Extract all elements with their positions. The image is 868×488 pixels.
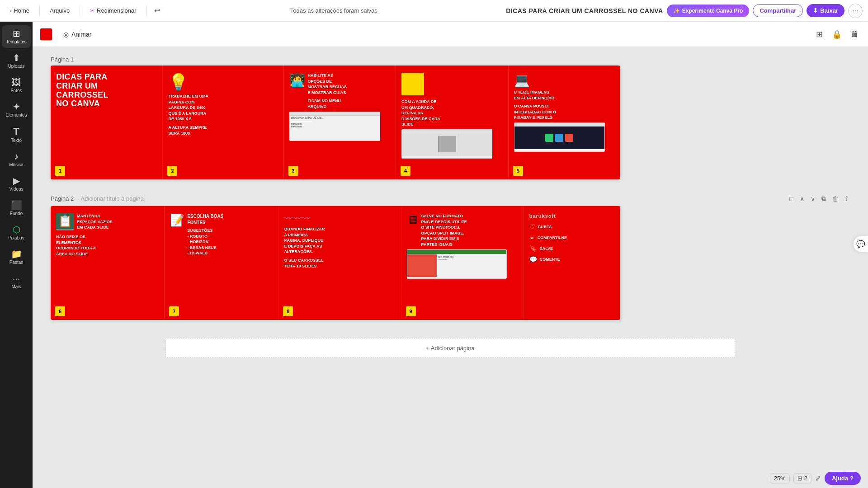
feedback-icon[interactable]: 💬 bbox=[856, 240, 865, 249]
add-page-icon-button[interactable]: □ bbox=[788, 194, 795, 203]
page-2-label: Página 2 - Adicionar título à página □ ∧… bbox=[51, 194, 850, 203]
undo-button[interactable]: ↩ bbox=[152, 5, 162, 17]
animate-label: Animar bbox=[71, 31, 91, 38]
download-button[interactable]: ⬇ Baixar bbox=[807, 4, 844, 17]
slide-9-body: SALVE NO FORMATOPNG E DEPOIS UTILIZEO SI… bbox=[421, 213, 467, 248]
salve-label: SALVE bbox=[540, 246, 553, 252]
slide-8-body2: O SEU CARROSSELTERÁ 10 SLIDES. bbox=[284, 258, 395, 269]
slide-number-2: 2 bbox=[167, 166, 177, 176]
animate-icon: ◎ bbox=[63, 31, 69, 38]
page-1-label-left: Página 1 bbox=[51, 56, 74, 63]
page-2-controls: □ ∧ ∨ ⧉ 🗑 ⤴ bbox=[788, 194, 850, 203]
page-2-subtitle: - Adicionar título à página bbox=[77, 195, 144, 202]
sidebar-item-pixabay[interactable]: ⬡ Pixabay bbox=[2, 221, 31, 244]
add-page-button[interactable]: + Adicionar página bbox=[165, 338, 735, 358]
arquivo-button[interactable]: Arquivo bbox=[45, 5, 74, 16]
page-1-section: Página 1 DICAS PARACRIAR UMCARROSSELNO C… bbox=[51, 56, 850, 179]
help-label: Ajuda bbox=[832, 475, 848, 482]
pages-badge: ⊞ 2 bbox=[793, 473, 811, 483]
delete-page-button[interactable]: 🗑 bbox=[830, 194, 840, 203]
elementos-icon: ✦ bbox=[13, 102, 20, 111]
home-label: Home bbox=[14, 7, 29, 14]
slide-5-body1: UTILIZE IMAGENSEM ALTA DEFINIÇÃO bbox=[514, 89, 615, 101]
slide-section-10: baruksoft ♡ CURTA ➢ COMPARTILHE bbox=[524, 206, 620, 320]
slide-7-title: ESCOLHA BOASFONTES bbox=[187, 213, 223, 226]
help-button[interactable]: Ajuda ? bbox=[825, 472, 861, 485]
sidebar-item-texto[interactable]: T Texto bbox=[2, 123, 31, 146]
share-button[interactable]: Compartilhar bbox=[753, 4, 803, 17]
color-swatch[interactable] bbox=[40, 28, 52, 41]
laptop-icon: 💻 bbox=[514, 73, 615, 88]
wave-icon: 〰〰〰 bbox=[284, 213, 311, 224]
copy-page-button[interactable]: ⧉ bbox=[820, 194, 828, 203]
right-panel: 💬 bbox=[854, 236, 868, 252]
page-1-label: Página 1 bbox=[51, 56, 850, 63]
uploads-icon: ⬆ bbox=[13, 53, 20, 62]
sidebar-label-mais: Mais bbox=[11, 284, 21, 289]
animate-button[interactable]: ◎ Animar bbox=[58, 28, 97, 41]
bookmark-icon: 🔖 bbox=[529, 245, 537, 252]
fullscreen-button[interactable]: ⤢ bbox=[815, 474, 821, 483]
brand-name: baruksoft bbox=[529, 213, 615, 219]
zoom-level[interactable]: 25% bbox=[770, 473, 790, 483]
monitor-icon: 🖥 bbox=[407, 213, 419, 227]
slide-section-3: 👩‍💻 HABILITE ASOPÇÕES DEMOSTRAR RÉGUASE … bbox=[284, 66, 396, 179]
export-page-button[interactable]: ⤴ bbox=[843, 194, 850, 203]
more-options-button[interactable]: ··· bbox=[848, 4, 863, 18]
sidebar-item-uploads[interactable]: ⬆ Uploads bbox=[2, 50, 31, 72]
sidebar-item-musica[interactable]: ♪ Música bbox=[2, 148, 31, 171]
social-compartilhe: ➢ COMPARTILHE bbox=[529, 234, 615, 241]
redimensionar-button[interactable]: ✂ Redimensionar bbox=[85, 5, 141, 16]
slide-number-4: 4 bbox=[401, 166, 410, 176]
topbar-divider-3 bbox=[146, 5, 147, 16]
canva-pro-button[interactable]: ✨ Experimente Canva Pro bbox=[667, 5, 750, 17]
mockup-content-9: Split Image tool ────── bbox=[407, 254, 507, 277]
chevron-left-icon: ‹ bbox=[10, 7, 12, 14]
topbar-divider-1 bbox=[39, 5, 40, 16]
sidebar-item-templates[interactable]: ⊞ Templates bbox=[2, 25, 31, 48]
download-icon: ⬇ bbox=[813, 7, 818, 14]
board-icon: 📋 bbox=[56, 213, 74, 230]
comment-icon: 💬 bbox=[529, 256, 537, 263]
download-label: Baixar bbox=[820, 7, 838, 14]
slide-section-4: COM A AJUDA DEUM QUADRADO,DEFINA ASDIVIS… bbox=[396, 66, 508, 179]
social-curta: ♡ CURTA bbox=[529, 223, 615, 230]
curta-label: CURTA bbox=[538, 224, 552, 230]
delete-button[interactable]: 🗑 bbox=[849, 28, 861, 41]
sidebar-item-mais[interactable]: ··· Mais bbox=[2, 270, 31, 293]
slide-section-6: 📋 MANTENHAESPAÇOS VAZIOSEM CADA SLIDE NÃ… bbox=[51, 206, 165, 320]
mockup-content-4 bbox=[402, 133, 492, 156]
sidebar-item-pastas[interactable]: 📁 Pastas bbox=[2, 246, 31, 268]
slide-number-7: 7 bbox=[169, 306, 179, 316]
topbar-center: Todas as alterações foram salvas bbox=[165, 7, 503, 14]
topbar-right: ✨ Experimente Canva Pro Compartilhar ⬇ B… bbox=[667, 4, 863, 18]
share-icon: ➢ bbox=[529, 234, 535, 241]
fotos-icon: 🖼 bbox=[12, 78, 21, 87]
slide-2-canvas[interactable]: 📋 MANTENHAESPAÇOS VAZIOSEM CADA SLIDE NÃ… bbox=[51, 206, 620, 320]
slide-5-body2: O CANVA POSSUIINTEGRAÇÃO COM OPIXABAY E … bbox=[514, 103, 615, 121]
home-button[interactable]: ‹ Home bbox=[5, 5, 34, 16]
social-comente: 💬 COMENTE bbox=[529, 256, 615, 263]
slide-number-9: 9 bbox=[406, 306, 416, 316]
sidebar-item-videos[interactable]: ▶ Vídeos bbox=[2, 173, 31, 195]
sidebar-item-elementos[interactable]: ✦ Elementos bbox=[2, 99, 31, 121]
sidebar-label-elementos: Elementos bbox=[5, 113, 27, 117]
slide-number-6: 6 bbox=[55, 306, 65, 316]
move-down-button[interactable]: ∨ bbox=[809, 194, 817, 203]
slide-number-8: 8 bbox=[283, 306, 293, 316]
sidebar-item-fotos[interactable]: 🖼 Fotos bbox=[2, 74, 31, 97]
slide-number-3: 3 bbox=[288, 166, 298, 176]
pastas-icon: 📁 bbox=[11, 249, 22, 258]
grid-settings-button[interactable]: ⊞ bbox=[814, 28, 825, 41]
lock-button[interactable]: 🔒 bbox=[830, 28, 844, 41]
main-layout: ⊞ Templates ⬆ Uploads 🖼 Fotos ✦ Elemento… bbox=[0, 22, 868, 488]
page-2-title: Página 2 bbox=[51, 195, 74, 202]
slide-1-canvas[interactable]: DICAS PARACRIAR UMCARROSSELNO CANVA 1 💡 … bbox=[51, 66, 620, 179]
slide-1-main-title: DICAS PARACRIAR UMCARROSSELNO CANVA bbox=[56, 73, 157, 108]
save-status: Todas as alterações foram salvas bbox=[290, 7, 377, 14]
move-up-button[interactable]: ∧ bbox=[798, 194, 806, 203]
sidebar-label-texto: Texto bbox=[11, 138, 22, 143]
pages-count: 2 bbox=[804, 475, 807, 482]
slide-3-body2: FICAM NO MENUARQUIVO bbox=[308, 98, 347, 109]
sidebar-item-fundo[interactable]: ⬛ Fundo bbox=[2, 197, 31, 220]
